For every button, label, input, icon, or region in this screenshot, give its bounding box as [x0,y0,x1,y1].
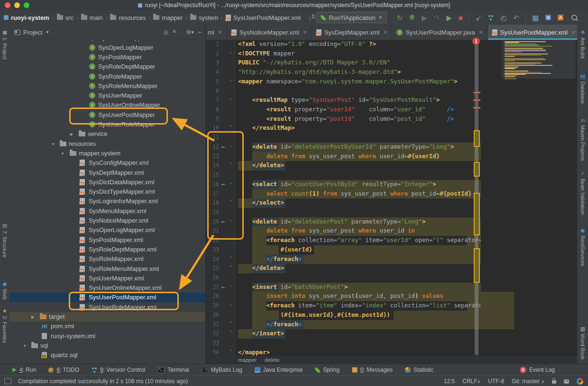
code-line-7[interactable]: 7− <resultMap type="SysUserPost" id="Sys… [206,96,577,105]
toolwindow-button-TODO[interactable]: 6: TODO [48,367,79,373]
tree-item-SysUserPostMapper.xml[interactable]: SysUserPostMapper.xml [9,293,205,302]
tree-item-SysUserMapper.xml[interactable]: SysUserMapper.xml [9,274,205,283]
rollback-icon[interactable]: ↶ [514,14,520,21]
tree-item-SysUserOnlineMapper.xml[interactable]: SysUserOnlineMapper.xml [9,283,205,293]
fold-marker-icon[interactable]: − [230,181,232,186]
toolwindow-button-Terminal[interactable]: Terminal [157,367,189,373]
code-line-32[interactable]: 32^ </insert> [206,329,577,339]
locate-file-icon[interactable]: ◎ [164,29,168,36]
tree-item-ruoyi-system.iml[interactable]: ruoyi-system.iml [9,332,205,341]
file-encoding[interactable]: UTF-8 [488,378,504,385]
project-view-select[interactable]: Project ▼ [14,29,49,36]
code-line-6[interactable]: 6 [206,87,577,96]
mybatis-navigate-icon[interactable]: ← [221,180,225,188]
fold-marker-icon[interactable]: ^ [230,125,232,130]
tree-item-SysMenuMapper.xml[interactable]: SysMenuMapper.xml [9,206,205,216]
breadcrumb-item-main[interactable]: main [80,14,104,21]
stripe-button-Word Book[interactable]: ▥Word Book [577,326,588,359]
download-sources-icon[interactable]: ↓0110 [308,14,312,21]
change-stripe-mark[interactable] [474,130,480,147]
vcs-commit-icon[interactable] [488,15,494,20]
fold-marker-icon[interactable]: − [230,50,232,55]
translate-orange-icon[interactable]: A [558,15,563,20]
expanded-arrow-icon[interactable]: ▼ [23,344,27,348]
tab-SysDeptMapper.xml[interactable]: SysDeptMapper.xml✕ [312,25,393,40]
stop-icon[interactable]: ■ [459,14,463,21]
code-line-10[interactable]: 10^ </resultMap> [206,124,577,133]
change-stripe-mark[interactable] [474,162,480,177]
tree-item-mapper.system[interactable]: ▼mapper.system [9,149,205,158]
line-separator[interactable]: CRLF⇵ [462,378,480,385]
build-project-icon[interactable]: ↻ [397,14,403,21]
tab-SysUserPostMapper.xml[interactable]: SysUserPostMapper.xml✕ [488,25,577,40]
tree-item-SysRoleMapper.xml[interactable]: SysRoleMapper.xml [9,254,205,264]
tree-item-SysDictTypeMapper.xml[interactable]: SysDictTypeMapper.xml [9,187,205,197]
fold-marker-icon[interactable]: − [230,237,232,242]
tree-item-SysRoleDeptMapper.xml[interactable]: SysRoleDeptMapper.xml [9,245,205,254]
change-stripe-mark[interactable] [474,193,480,235]
translate-blue-icon[interactable]: G [545,15,551,20]
toolwindow-button-Messages[interactable]: 0: Messages [352,367,393,373]
diff-grid-icon[interactable]: ▦ [532,14,539,21]
error-stripe-mark[interactable] [473,107,480,108]
code-line-26[interactable]: 26 [206,273,577,283]
run-configuration-select[interactable]: RuoYiApplication ▼ [316,12,386,23]
toolwindow-button-Run[interactable]: 4: Run [12,367,36,373]
mybatis-navigate-icon[interactable]: ← [221,283,225,290]
fold-marker-icon[interactable]: ^ [230,199,232,205]
code-line-13[interactable]: 13 delete from sys_user_post where user_… [206,152,577,162]
tree-item-SysUserRoleMapper.xml[interactable]: SysUserRoleMapper.xml [9,303,205,312]
tree-item-SysOperLogMapper[interactable]: ISysOperLogMapper [9,43,205,53]
close-icon[interactable]: ✕ [571,29,576,36]
tree-item-SysUserOnlineMapper[interactable]: ISysUserOnlineMapper [9,100,205,110]
fold-marker-icon[interactable]: ^ [230,256,232,261]
error-stripe-mark[interactable] [473,99,480,101]
code-line-9[interactable]: 9 <result property="postId" column="post… [206,115,577,124]
stripe-button-7: Structure[interactable]: ▤7: Structure [0,223,9,258]
stripe-button-2: Favorites[interactable]: ★2: Favorites [0,308,9,343]
toolwindow-button-Version Control[interactable]: 9: Version Control [92,367,145,373]
tree-item-pom.xml[interactable]: mpom.xml [9,322,205,331]
fold-marker-icon[interactable]: ^ [230,349,232,354]
fold-marker-icon[interactable]: − [230,218,232,224]
code-line-18[interactable]: 18^ </select> [206,198,577,208]
run-icon[interactable]: ▶ [422,14,427,21]
expanded-arrow-icon[interactable]: ▼ [51,142,55,146]
tree-item-SysPostMapper[interactable]: ISysPostMapper [9,53,205,62]
tree-item-SysDeptMapper.xml[interactable]: SysDeptMapper.xml [9,168,205,178]
hide-panel-icon[interactable]: ⌐ [198,29,202,36]
stripe-button-1: Project[interactable]: ▣1: Project [0,29,9,59]
vcs-update-icon[interactable]: ↙ [476,14,482,21]
tree-item-resources[interactable]: ▼resources [9,139,205,149]
tree-item-SysUserMapper[interactable]: ISysUserMapper [9,91,205,100]
mybatis-navigate-icon[interactable]: ← [221,218,225,225]
tree-item-quartz.sql[interactable]: quartz.sql [9,350,205,360]
tree-item-SysNoticeMapper.xml[interactable]: SysNoticeMapper.xml [9,216,205,225]
breadcrumb-item-ruoyi-system[interactable]: ruoyi-system [3,14,50,21]
tool-window-toggle-icon[interactable] [4,378,11,384]
breadcrumb-item-system[interactable]: system [189,14,219,21]
tab-SysNoticeMapper.xml[interactable]: SysNoticeMapper.xml✕ [227,25,312,40]
lock-icon[interactable] [552,380,556,384]
stripe-button-Ant Build[interactable]: ❋Ant Build [577,29,588,58]
code-line-31[interactable]: 31^ </foreach> [206,320,577,330]
error-indicator[interactable]: 1 [472,37,480,45]
error-stripe-mark[interactable] [473,92,480,93]
stripe-button-Bean Validation[interactable]: ✓Bean Validation [577,171,588,215]
tree-item-SysRoleDeptMapper[interactable]: ISysRoleDeptMapper [9,62,205,72]
tree-item-SysDictDataMapper.xml[interactable]: SysDictDataMapper.xml [9,178,205,187]
code-line-33[interactable]: 33 [206,339,577,348]
code-line-24[interactable]: 24^ </foreach> [206,255,577,264]
tree-item-SysUserRoleMapper[interactable]: ISysUserRoleMapper [9,120,205,129]
code-line-11[interactable]: 11 [206,133,577,143]
tree-item-service[interactable]: ▶service [9,129,205,139]
code-line-20[interactable]: 20←− <delete id="deleteUserPost" paramet… [206,217,577,227]
debug-icon[interactable] [410,15,414,20]
close-icon[interactable]: ✕ [383,29,387,36]
toolwindow-button-Spring[interactable]: Spring [315,367,340,373]
tree-item-SysUserPostMapper[interactable]: ISysUserPostMapper [9,110,205,120]
fold-marker-icon[interactable]: − [230,97,232,102]
fold-marker-icon[interactable]: ^ [230,265,232,270]
breadcrumb-item-mapper[interactable]: mapper [152,14,184,21]
code-line-16[interactable]: 16←− <select id="countUserPostById" resu… [206,180,577,189]
